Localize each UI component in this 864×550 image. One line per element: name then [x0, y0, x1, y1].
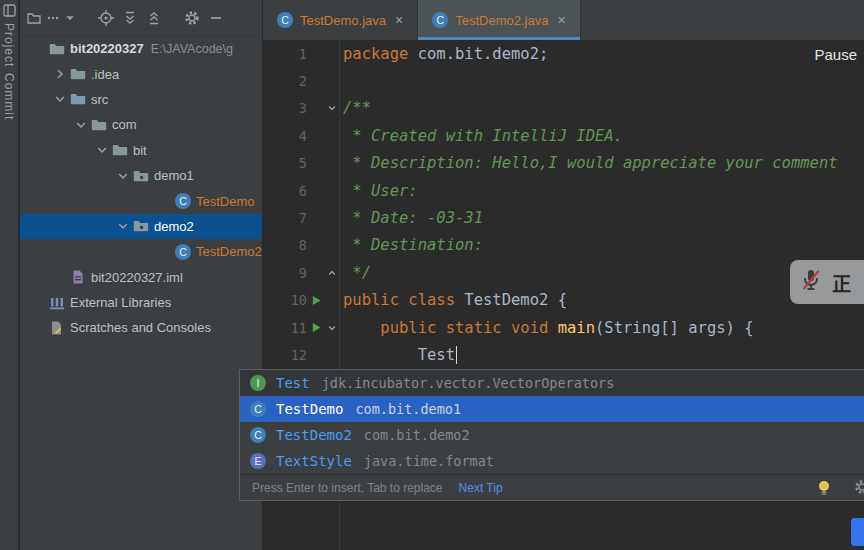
close-icon[interactable]: ×	[555, 13, 565, 28]
mic-muted-icon	[799, 267, 823, 297]
code-line-7[interactable]: 7 * Date: -03-31	[263, 204, 864, 231]
code-line-5[interactable]: 5 * Description: Hello,I would appreciat…	[263, 150, 864, 177]
activity-bar: ProjectCommit	[0, 0, 19, 550]
tree-item-label: TestDemo2	[196, 244, 262, 259]
line-number: 4	[263, 128, 307, 144]
project-toolbar	[20, 0, 262, 37]
more-options-icon[interactable]	[44, 6, 62, 30]
fold-down-icon[interactable]	[325, 102, 339, 114]
tree-item-testdemo2[interactable]: CTestDemo2	[20, 239, 262, 264]
completion-item-detail: com.bit.demo1	[355, 401, 461, 417]
completion-item-textstyle[interactable]: ETextStylejava.time.format	[240, 448, 864, 474]
run-button[interactable]	[307, 295, 325, 306]
chevron-right-icon[interactable]	[51, 66, 69, 82]
tree-item-label: bit20220327.iml	[91, 270, 183, 285]
next-tip-link[interactable]: Next Tip	[459, 481, 503, 495]
code-text: * Destination:	[339, 236, 483, 254]
code-line-12[interactable]: 12 Test	[263, 341, 864, 368]
chevron-down-icon[interactable]	[51, 91, 69, 107]
tab-label: TestDemo2.java	[455, 13, 548, 28]
code-text: * Created with IntelliJ IDEA.	[339, 127, 623, 145]
code-line-1[interactable]: 1package com.bit.demo2;	[263, 40, 864, 67]
tab-bar: CTestDemo.java×CTestDemo2.java×	[263, 0, 864, 41]
tree-item-label: TestDemo	[196, 194, 255, 209]
interface-icon: I	[250, 375, 266, 391]
tool-window-button-commit[interactable]: Commit	[2, 73, 16, 120]
line-number: 9	[263, 265, 307, 281]
completion-item-testdemo[interactable]: CTestDemocom.bit.demo1	[240, 396, 864, 422]
completion-item-testdemo2[interactable]: CTestDemo2com.bit.demo2	[240, 422, 864, 448]
tree-item-demo2[interactable]: demo2	[20, 214, 262, 239]
tab-label: TestDemo.java	[300, 13, 386, 28]
chevron-down-icon[interactable]	[114, 168, 132, 184]
chevron-spacer	[30, 320, 48, 336]
editor-code: 1package com.bit.demo2;23/**4 * Created …	[263, 40, 864, 369]
tree-item-bit[interactable]: bit	[20, 138, 262, 163]
completion-item-test[interactable]: ITestjdk.incubator.vector.VectorOperator…	[240, 370, 864, 396]
completion-item-name: TestDemo	[276, 401, 343, 417]
project-tree: bit20220327E:\JAVAcode\g.ideasrccombitde…	[20, 36, 262, 550]
chevron-down-icon[interactable]	[114, 218, 132, 234]
settings-gear-icon[interactable]	[180, 6, 204, 30]
package-icon	[132, 218, 150, 234]
collapse-all-icon[interactable]	[142, 6, 166, 30]
code-line-3[interactable]: 3/**	[263, 95, 864, 122]
tree-item-bit20220327[interactable]: bit20220327E:\JAVAcode\g	[20, 36, 262, 61]
tree-item-external-libraries[interactable]: External Libraries	[20, 290, 262, 315]
close-icon[interactable]: ×	[393, 13, 403, 28]
completion-item-detail: jdk.incubator.vector.VectorOperators	[322, 375, 615, 391]
chevron-spacer	[30, 295, 48, 311]
run-button[interactable]	[307, 322, 325, 333]
fold-up-icon[interactable]	[325, 267, 339, 279]
tree-item-hint: E:\JAVAcode\g	[151, 42, 233, 56]
code-line-9[interactable]: 9 */	[263, 259, 864, 286]
tree-item-testdemo[interactable]: CTestDemo	[20, 188, 262, 213]
tree-item-bit20220327-iml[interactable]: bit20220327.iml	[20, 265, 262, 290]
line-number: 7	[263, 210, 307, 226]
code-line-11[interactable]: 11 public static void main(String[] args…	[263, 314, 864, 341]
completion-settings-gear-icon[interactable]	[853, 478, 864, 499]
chevron-down-icon[interactable]	[72, 117, 90, 133]
code-line-6[interactable]: 6 * User:	[263, 177, 864, 204]
tool-window-button-project[interactable]: Project	[2, 23, 16, 67]
project-panel: bit20220327E:\JAVAcode\g.ideasrccombitde…	[20, 0, 262, 550]
hide-panel-icon[interactable]	[204, 6, 228, 30]
view-dropdown-icon[interactable]	[62, 6, 78, 30]
tree-item-idea[interactable]: .idea	[20, 61, 262, 86]
bottom-right-badge[interactable]	[851, 518, 864, 546]
code-text: * Description: Hello,I would appreciate …	[339, 154, 838, 172]
code-text: * Date: -03-31	[339, 209, 483, 227]
enum-icon: E	[250, 453, 266, 469]
class-icon: C	[250, 401, 266, 417]
folder-icon	[48, 41, 66, 57]
code-line-4[interactable]: 4 * Created with IntelliJ IDEA.	[263, 122, 864, 149]
chevron-down-icon[interactable]	[93, 142, 111, 158]
chevron-spacer	[156, 244, 174, 260]
tree-item-com[interactable]: com	[20, 112, 262, 137]
code-line-10[interactable]: 10public class TestDemo2 {	[263, 287, 864, 314]
tab-testdemo2-java[interactable]: CTestDemo2.java×	[418, 0, 580, 40]
line-number: 11	[263, 320, 307, 336]
code-line-8[interactable]: 8 * Destination:	[263, 232, 864, 259]
tree-item-label: Scratches and Consoles	[70, 320, 211, 335]
mic-muted-overlay[interactable]: 正	[790, 260, 864, 304]
line-number: 5	[263, 155, 307, 171]
project-view-icon[interactable]	[24, 6, 44, 30]
tree-item-label: bit20220327	[70, 41, 144, 56]
code-line-2[interactable]: 2	[263, 67, 864, 94]
chevron-spacer	[30, 41, 48, 57]
lightbulb-icon[interactable]	[816, 479, 832, 500]
code-text: public static void main(String[] args) {	[339, 319, 754, 337]
completion-item-detail: com.bit.demo2	[364, 427, 470, 443]
tree-item-src[interactable]: src	[20, 87, 262, 112]
locate-file-icon[interactable]	[94, 6, 118, 30]
folder-icon	[111, 142, 129, 158]
class-icon: C	[174, 193, 192, 209]
tree-item-scratches-and-consoles[interactable]: Scratches and Consoles	[20, 315, 262, 340]
fold-down-icon[interactable]	[325, 322, 339, 334]
tree-item-demo1[interactable]: demo1	[20, 163, 262, 188]
line-number: 1	[263, 46, 307, 62]
tool-windows-icon[interactable]	[2, 3, 16, 17]
tab-testdemo-java[interactable]: CTestDemo.java×	[263, 0, 418, 40]
expand-all-icon[interactable]	[118, 6, 142, 30]
